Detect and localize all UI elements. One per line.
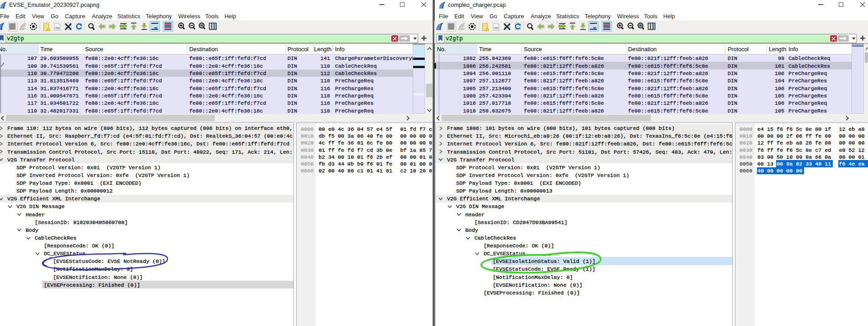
svg-text:010: 010 <box>495 27 498 29</box>
svg-text:010: 010 <box>56 27 59 29</box>
